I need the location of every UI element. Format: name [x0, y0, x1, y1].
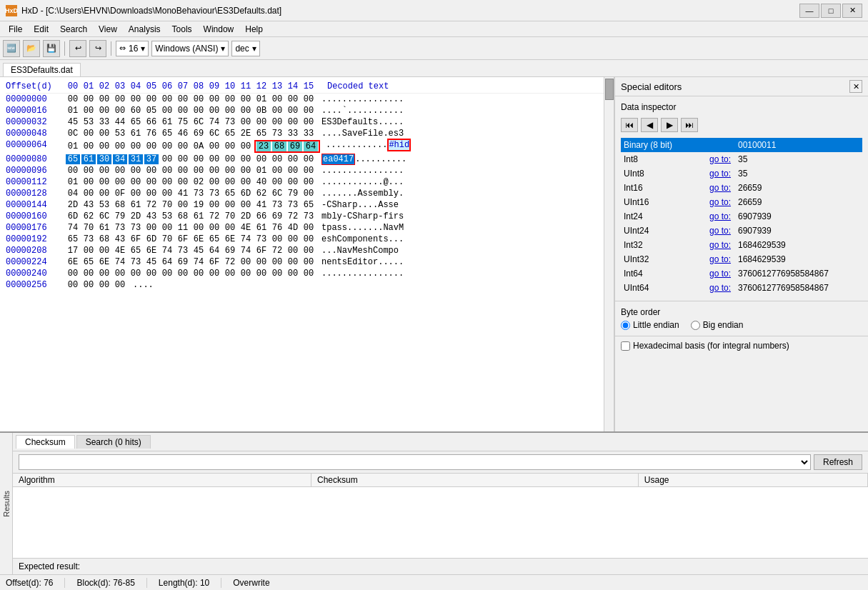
undo-button[interactable]: ↩: [69, 40, 86, 57]
toolbar: 🆕 📂 💾 ↩ ↪ ⇔ 16 ▾ Windows (ANSI) ▾ dec ▾: [0, 37, 868, 60]
window-title: HxD - [C:\Users\EHVN\Downloads\MonoBehav…: [21, 6, 799, 16]
hex-basis-label: Hexadecimal basis (for integral numbers): [633, 341, 789, 351]
col-usage: Usage: [638, 474, 867, 487]
table-row-uint16: UInt16 go to: 26659: [621, 195, 862, 209]
table-row-uint64: UInt64 go to: 3760612776958584867: [621, 281, 862, 295]
maximize-button[interactable]: □: [821, 4, 841, 18]
type-label: Int24: [621, 209, 707, 224]
status-mode: Overwrite: [233, 578, 281, 588]
table-row-int8: Int8 go to: 35: [621, 152, 862, 166]
nav-first[interactable]: ⏮: [621, 118, 638, 132]
checksum-table-area: Algorithm Checksum Usage: [13, 474, 868, 558]
open-button[interactable]: 📂: [23, 40, 40, 57]
new-button[interactable]: 🆕: [3, 40, 20, 57]
big-endian-radio[interactable]: [691, 321, 700, 330]
goto-int64[interactable]: go to:: [707, 266, 735, 281]
big-endian-label: Big endian: [703, 320, 744, 330]
hex-row: 00000000 0000000000000000000000000100000…: [6, 94, 608, 105]
menu-help[interactable]: Help: [239, 23, 269, 36]
hex-row: 00000144 2D43536861727000190000004173736…: [6, 199, 608, 211]
col-checksum: Checksum: [311, 474, 638, 487]
bottom-tabs: Checksum Search (0 hits): [13, 433, 868, 451]
value-int64: 3760612776958584867: [735, 266, 862, 281]
scrollbar[interactable]: [604, 77, 614, 431]
menu-edit[interactable]: Edit: [28, 23, 54, 36]
goto-uint64[interactable]: go to:: [707, 281, 735, 295]
refresh-button[interactable]: Refresh: [814, 454, 862, 470]
little-endian-option[interactable]: Little endian: [621, 320, 679, 330]
goto-uint8[interactable]: go to:: [707, 166, 735, 181]
table-row-int32: Int32 go to: 1684629539: [621, 238, 862, 252]
value-uint32: 1684629539: [735, 252, 862, 266]
menu-bar: File Edit Search View Analysis Tools Win…: [0, 21, 868, 37]
hex-row: 00000096 0000000000000000000000000100000…: [6, 165, 608, 176]
hex-row: 00000208 1700004E656E7473456469746F72000…: [6, 245, 608, 256]
hex-row: 00000048 0C00005361766546696C652E6573333…: [6, 128, 608, 139]
hex-basis-checkbox[interactable]: [621, 341, 630, 351]
status-bar: Offset(d): 76 Block(d): 76-85 Length(d):…: [0, 574, 868, 590]
table-row-uint8: UInt8 go to: 35: [621, 166, 862, 181]
table-row-binary: Binary (8 bit) 00100011: [621, 138, 862, 152]
checksum-algorithm-select[interactable]: [19, 454, 811, 470]
goto-uint32[interactable]: go to:: [707, 252, 735, 266]
nav-prev[interactable]: ◀: [641, 118, 658, 132]
menu-window[interactable]: Window: [198, 23, 240, 36]
hex-panel: Offset(d) 00 01 02 03 04 05 06 07 08 09 …: [0, 77, 614, 431]
bytes-per-row-dropdown[interactable]: ⇔ 16 ▾: [116, 41, 149, 56]
little-endian-label: Little endian: [633, 320, 679, 330]
menu-search[interactable]: Search: [54, 23, 93, 36]
tab-checksum[interactable]: Checksum: [16, 435, 75, 449]
tab-bar: ES3Defaults.dat: [0, 60, 868, 77]
value-uint16: 26659: [735, 195, 862, 209]
little-endian-radio[interactable]: [621, 321, 630, 330]
app-icon: HxD: [6, 5, 17, 16]
menu-tools[interactable]: Tools: [166, 23, 198, 36]
results-sidebar: Results: [0, 433, 13, 574]
table-row-uint32: UInt32 go to: 1684629539: [621, 252, 862, 266]
redo-button[interactable]: ↪: [89, 40, 106, 57]
checksum-table: Algorithm Checksum Usage: [13, 474, 868, 487]
hex-basis-option[interactable]: Hexadecimal basis (for integral numbers): [621, 341, 862, 351]
menu-view[interactable]: View: [93, 23, 123, 36]
type-label: Int16: [621, 181, 707, 195]
menu-file[interactable]: File: [3, 23, 28, 36]
number-base-dropdown[interactable]: dec ▾: [231, 41, 259, 56]
hex-row: 00000112 0100000000000000020000004000000…: [6, 176, 608, 188]
type-label: Int32: [621, 238, 707, 252]
results-label: Results: [2, 491, 11, 517]
type-label: UInt32: [621, 252, 707, 266]
type-label: UInt24: [621, 224, 707, 238]
value-int16: 26659: [735, 181, 862, 195]
save-button[interactable]: 💾: [43, 40, 60, 57]
data-inspector-title: Data inspector: [621, 102, 862, 112]
goto-uint16[interactable]: go to:: [707, 195, 735, 209]
goto-int24[interactable]: go to:: [707, 209, 735, 224]
value-uint24: 6907939: [735, 224, 862, 238]
tab-search-hits[interactable]: Search (0 hits): [76, 435, 151, 449]
file-tab[interactable]: ES3Defaults.dat: [3, 63, 81, 76]
expected-result-bar: Expected result:: [13, 558, 868, 574]
close-button[interactable]: ✕: [842, 4, 862, 18]
type-label: UInt16: [621, 195, 707, 209]
minimize-button[interactable]: —: [799, 4, 819, 18]
menu-analysis[interactable]: Analysis: [123, 23, 166, 36]
goto-int8[interactable]: go to:: [707, 152, 735, 166]
status-length: Length(d): 10: [159, 578, 221, 588]
nav-last[interactable]: ⏭: [681, 118, 698, 132]
goto-uint24[interactable]: go to:: [707, 224, 735, 238]
hex-row: 00000160 6D626C792D4353686172702D6669727…: [6, 211, 608, 222]
hex-row: 00000256 00000000 ....: [6, 279, 608, 291]
nav-next[interactable]: ▶: [661, 118, 678, 132]
goto-int16[interactable]: go to:: [707, 181, 735, 195]
table-row-int24: Int24 go to: 6907939: [621, 209, 862, 224]
table-row-int64: Int64 go to: 3760612776958584867: [621, 266, 862, 281]
goto-int32[interactable]: go to:: [707, 238, 735, 252]
encoding-dropdown[interactable]: Windows (ANSI) ▾: [151, 41, 229, 56]
hex-row: 00000080 656130343137 000000000000000000…: [6, 154, 608, 165]
byte-order-title: Byte order: [621, 307, 862, 317]
special-editors-close[interactable]: ✕: [849, 80, 862, 93]
special-editors-title: Special editors: [621, 81, 682, 92]
hex-row: 00000064 01000000000000000A000000 236869…: [6, 139, 608, 154]
big-endian-option[interactable]: Big endian: [691, 320, 744, 330]
hex-row: 00000192 657368436F6D706F6E656E747300000…: [6, 234, 608, 245]
